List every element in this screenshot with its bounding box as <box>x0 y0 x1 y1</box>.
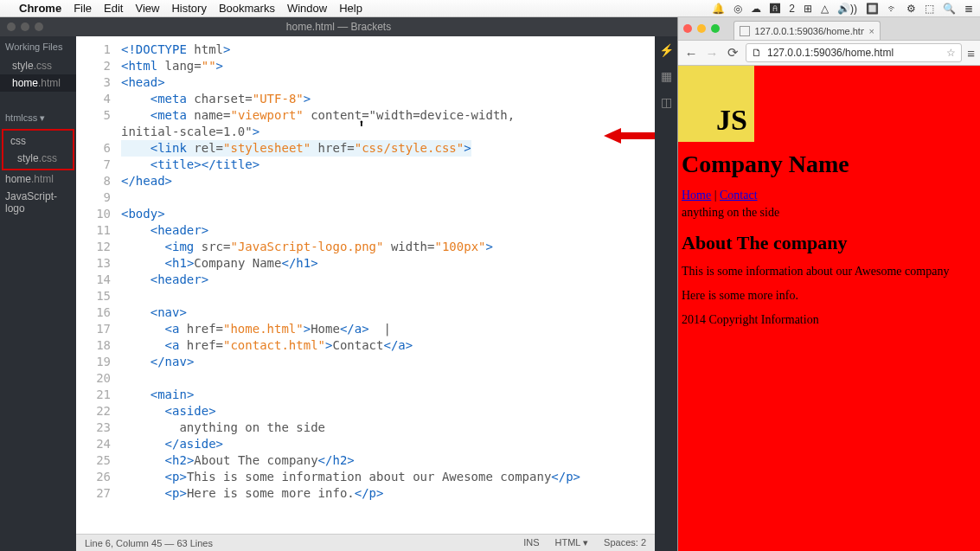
url-text: 127.0.0.1:59036/home.html <box>767 47 894 59</box>
menubar-status-icons: 🔔 ◎ ☁ 🅰 2 ⊞ △ 🔊)) 🔲 ᯤ ⚙ ⬚ 🔍 ≣ <box>712 3 973 15</box>
folder-css[interactable]: css <box>5 132 71 150</box>
status-spaces[interactable]: Spaces: 2 <box>604 537 646 548</box>
page-nav: Home | Contact <box>682 189 977 202</box>
page-aside: anything on the side <box>682 206 977 220</box>
reload-button[interactable]: ⟳ <box>725 45 740 61</box>
status-ins[interactable]: INS <box>523 537 539 548</box>
menu-view[interactable]: View <box>135 2 159 15</box>
page-paragraph: This is some information about our Aweso… <box>682 265 977 279</box>
spotlight-icon[interactable]: 🔍 <box>943 3 956 15</box>
mac-menubar: Chrome File Edit View History Bookmarks … <box>0 0 980 17</box>
status-cursor-pos: Line 6, Column 45 — 63 Lines <box>85 538 213 548</box>
status-icon[interactable]: △ <box>821 3 829 15</box>
window-close-icon[interactable] <box>7 22 16 31</box>
page-viewport: JS Company Name Home | Contact anything … <box>678 66 980 551</box>
editor-column: 12345 6789101112131415161718192021222324… <box>76 36 655 551</box>
menu-app[interactable]: Chrome <box>19 2 61 15</box>
code-editor[interactable]: 12345 6789101112131415161718192021222324… <box>76 36 655 534</box>
project-file-jslogo[interactable]: JavaScript-logo <box>0 188 76 217</box>
page-paragraph: Here is some more info. <box>682 289 977 303</box>
page-footer: 2014 Copyright Information <box>682 313 977 327</box>
page-heading: Company Name <box>682 151 977 178</box>
code-content[interactable]: <!DOCTYPE html><html lang=""><head> <met… <box>118 36 655 534</box>
menu-file[interactable]: File <box>74 2 92 15</box>
brackets-titlebar[interactable]: home.html — Brackets <box>0 17 677 36</box>
nav-link-contact[interactable]: Contact <box>720 189 758 202</box>
mouse-cursor-icon: ⬆ <box>358 115 365 131</box>
js-logo: JS <box>678 66 754 142</box>
file-name: style <box>17 152 39 164</box>
chrome-window: 127.0.0.1:59036/home.htm × ← → ⟳ 🗋 127.0… <box>677 17 980 551</box>
brackets-window: home.html — Brackets Working Files style… <box>0 17 677 551</box>
working-file-style[interactable]: style.css <box>0 57 76 74</box>
window-minimize-icon[interactable] <box>697 24 706 33</box>
status-icon[interactable]: ⬚ <box>925 3 934 15</box>
chrome-toolbar: ← → ⟳ 🗋 127.0.0.1:59036/home.html ☆ ≡ <box>678 40 980 66</box>
status-icon[interactable]: ⊞ <box>804 3 812 15</box>
status-language[interactable]: HTML ▾ <box>554 537 588 548</box>
annotation-red-box: css style.css <box>2 129 74 170</box>
project-file-home[interactable]: home.html <box>0 170 76 188</box>
line-gutter: 12345 6789101112131415161718192021222324… <box>76 36 118 534</box>
tab-title: 127.0.0.1:59036/home.htm <box>755 26 864 36</box>
nav-link-home[interactable]: Home <box>682 189 711 202</box>
chrome-tabstrip: 127.0.0.1:59036/home.htm × <box>678 17 980 40</box>
extensions-icon[interactable]: ▦ <box>661 69 672 83</box>
back-button[interactable]: ← <box>683 46 699 61</box>
tab-close-icon[interactable]: × <box>869 26 874 36</box>
window-title: home.html — Brackets <box>286 21 391 33</box>
nav-separator: | <box>711 189 720 202</box>
favicon-icon <box>740 26 750 36</box>
window-close-icon[interactable] <box>683 24 692 33</box>
editor-statusbar: Line 6, Column 45 — 63 Lines INS HTML ▾ … <box>76 534 655 551</box>
working-files-label: Working Files <box>0 36 76 57</box>
status-icon[interactable]: ☁ <box>751 3 761 15</box>
page-icon: 🗋 <box>752 47 762 59</box>
menu-window[interactable]: Window <box>287 2 327 15</box>
file-name: style <box>12 60 34 72</box>
file-ext: .css <box>34 60 52 72</box>
status-icon[interactable]: ⚙ <box>906 3 916 15</box>
status-icon[interactable]: 🅰 <box>770 3 780 15</box>
menu-edit[interactable]: Edit <box>104 2 123 15</box>
file-ext: .css <box>39 152 57 164</box>
file-name: JavaScript-logo <box>5 190 57 215</box>
menu-history[interactable]: History <box>171 2 206 15</box>
status-icon[interactable]: ᯤ <box>887 3 898 15</box>
brackets-sidebar: Working Files style.css home.html htmlcs… <box>0 36 76 551</box>
annotation-arrow-icon <box>604 126 655 145</box>
file-ext: .html <box>38 77 61 89</box>
browser-tab[interactable]: 127.0.0.1:59036/home.htm × <box>733 21 881 40</box>
status-icon[interactable]: 2 <box>789 3 795 15</box>
working-file-home[interactable]: home.html <box>0 74 76 92</box>
forward-button[interactable]: → <box>704 46 720 61</box>
window-zoom-icon[interactable] <box>711 24 720 33</box>
window-minimize-icon[interactable] <box>21 22 29 31</box>
status-icon[interactable]: 🔲 <box>866 3 879 15</box>
page-subheading: About The company <box>682 232 977 254</box>
address-bar[interactable]: 🗋 127.0.0.1:59036/home.html ☆ <box>746 43 962 62</box>
menu-bookmarks[interactable]: Bookmarks <box>219 2 275 15</box>
status-icon[interactable]: 🔔 <box>712 3 725 15</box>
project-file-style[interactable]: style.css <box>5 150 71 167</box>
brackets-right-toolbar: ⚡ ▦ ◫ <box>655 36 677 551</box>
file-name: home <box>5 173 31 185</box>
chrome-menu-icon[interactable]: ≡ <box>967 46 975 61</box>
menu-help[interactable]: Help <box>339 2 362 15</box>
bookmark-star-icon[interactable]: ☆ <box>946 47 956 59</box>
live-preview-icon[interactable]: ⚡ <box>659 43 674 57</box>
logo-text: JS <box>716 104 747 137</box>
file-name: home <box>12 77 38 89</box>
notifications-icon[interactable]: ≣ <box>964 3 973 15</box>
status-icon[interactable]: 🔊)) <box>837 3 857 15</box>
project-label[interactable]: htmlcss ▾ <box>0 107 76 129</box>
file-ext: .html <box>31 173 54 185</box>
window-zoom-icon[interactable] <box>35 22 43 31</box>
svg-marker-0 <box>604 128 655 144</box>
split-icon[interactable]: ◫ <box>661 95 672 109</box>
status-icon[interactable]: ◎ <box>733 3 742 15</box>
